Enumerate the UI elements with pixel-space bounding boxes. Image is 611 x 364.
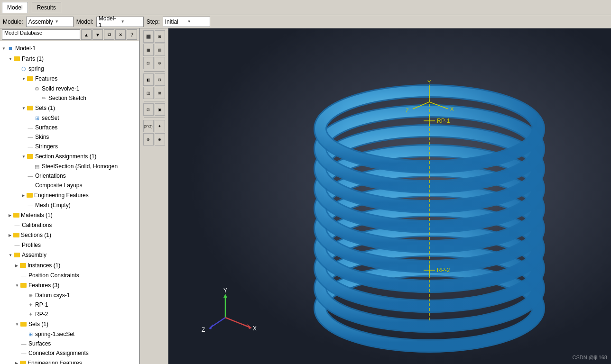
module-select[interactable]: Assembly ▼ <box>26 17 74 27</box>
tree-item-features[interactable]: Features <box>0 73 139 84</box>
tree-icon-mesh: — <box>27 201 34 209</box>
tree-icon-features <box>27 75 34 82</box>
svg-text:Z: Z <box>406 108 409 113</box>
step-select[interactable]: Initial ▼ <box>163 17 210 27</box>
tree-icon-solid-revolve: ⚙ <box>33 85 41 92</box>
model-value: Model-1 <box>99 15 119 28</box>
tree-label-steel-section: SteelSection (Solid, Homogen <box>42 162 118 171</box>
tree-item-skins[interactable]: — Skins <box>0 132 139 142</box>
tree-label-profiles: Profiles <box>22 241 41 249</box>
tree-label-instances: Instances (1) <box>28 261 60 270</box>
tree-label-datum-csys: Datum csys-1 <box>35 291 70 300</box>
tree-label-position-constraints: Position Constraints <box>28 271 79 280</box>
tb-check-mesh[interactable]: ⊙ <box>155 57 165 69</box>
top-tab-bar: Model Results <box>0 0 611 15</box>
tab-results[interactable]: Results <box>32 2 61 13</box>
tab-model[interactable]: Model <box>2 2 28 13</box>
tree-item-profiles[interactable]: — Profiles <box>0 240 139 250</box>
tb-xyz[interactable]: (XYZ) <box>143 120 154 132</box>
tree-icon-secset: ⊞ <box>33 114 41 122</box>
tb-info[interactable]: ? <box>127 29 137 40</box>
tree-item-assembly[interactable]: Assembly <box>0 250 139 260</box>
module-arrow: ▼ <box>55 19 71 24</box>
tb-seed-edge[interactable]: ⊞ <box>155 30 165 43</box>
model-select[interactable]: Model-1 ▼ <box>96 17 144 27</box>
tb-down[interactable]: ▼ <box>93 29 103 40</box>
tree-item-materials[interactable]: Materials (1) <box>0 210 139 220</box>
tree-label-solid-revolve: Solid revolve-1 <box>42 84 79 93</box>
tree-item-solid-revolve[interactable]: ⚙ Solid revolve-1 <box>0 84 139 93</box>
tb-partition-2[interactable]: ⊟ <box>155 73 165 86</box>
tree-label-materials: Materials (1) <box>21 211 53 219</box>
tree-item-features-3[interactable]: Features (3) <box>0 280 139 291</box>
tree-item-surfaces-assembly[interactable]: — Surfaces <box>0 339 139 348</box>
tb-assign-1[interactable]: ◫ <box>143 87 154 99</box>
tree-label-mesh: Mesh (Empty) <box>35 201 71 209</box>
tb-elem-type[interactable]: ⊡ <box>143 57 154 69</box>
tree-item-section-assignments[interactable]: Section Assignments (1) <box>0 151 139 162</box>
model-tree: ■ Model-1 Parts (1) ⬡ spring Features ⚙ … <box>0 41 139 364</box>
tb-constraint[interactable]: ⊗ <box>143 133 154 146</box>
tb-partition-1[interactable]: ◧ <box>143 73 154 86</box>
tree-item-sets[interactable]: Sets (1) <box>0 103 139 113</box>
tb-copy[interactable]: ⧉ <box>104 29 114 40</box>
tb-node-set[interactable]: ⊡ <box>143 103 154 116</box>
tree-label-section-sketch: Section Sketch <box>48 94 86 102</box>
tree-item-position-constraints[interactable]: — Position Constraints <box>0 271 139 280</box>
tree-item-surfaces[interactable]: — Surfaces <box>0 123 139 132</box>
tree-icon-surfaces: — <box>27 124 34 131</box>
svg-text:Y: Y <box>223 287 227 294</box>
tb-row-3: ⊡ ⊙ <box>143 57 165 69</box>
tree-item-engineering-features-2[interactable]: Engineering Features <box>0 358 139 364</box>
model-label: Model: <box>76 18 93 25</box>
tree-item-composite-layups[interactable]: — Composite Layups <box>0 181 139 190</box>
tree-item-steel-section[interactable]: ▤ SteelSection (Solid, Homogen <box>0 162 139 171</box>
tree-label-parts: Parts (1) <box>22 55 44 63</box>
tree-item-calibrations[interactable]: — Calibrations <box>0 220 139 230</box>
tree-icon-assembly <box>13 251 21 259</box>
tree-label-engineering-features-2: Engineering Features <box>28 359 82 364</box>
tree-item-sections[interactable]: Sections (1) <box>0 230 139 240</box>
tree-item-engineering-features[interactable]: Engineering Features <box>0 190 139 200</box>
tree-label-calibrations: Calibrations <box>22 221 52 229</box>
tree-item-rp-2[interactable]: ✦ RP-2 <box>0 309 139 319</box>
tree-item-secset[interactable]: ⊞ secSet <box>0 113 139 123</box>
tb-mesh-part[interactable]: ▦ <box>143 44 154 56</box>
tree-item-spring[interactable]: ⬡ spring <box>0 64 139 73</box>
tree-icon-connector-assignments: — <box>20 349 28 357</box>
spring-3d-view: RP-1 RP-2 Y X Z <box>168 28 611 364</box>
tree-icon-skins: — <box>27 133 34 141</box>
tb-delete[interactable]: ✕ <box>115 29 126 40</box>
tb-rp[interactable]: ✦ <box>155 120 165 132</box>
tree-item-parts[interactable]: Parts (1) <box>0 54 139 64</box>
tree-icon-stringers: — <box>27 143 34 150</box>
module-value: Assembly <box>28 18 53 25</box>
tb-up[interactable]: ▲ <box>81 29 92 40</box>
tree-icon-steel-section: ▤ <box>33 163 41 170</box>
viewport[interactable]: RP-1 RP-2 Y X Z <box>168 28 611 364</box>
tree-item-connector-assignments[interactable]: — Connector Assignments <box>0 348 139 358</box>
tree-icon-parts <box>13 55 21 63</box>
tree-item-datum-csys[interactable]: ⊕ Datum csys-1 <box>0 291 139 300</box>
tb-seed-part[interactable]: ⬛ <box>143 30 154 43</box>
tree-item-sets-assembly[interactable]: Sets (1) <box>0 319 139 329</box>
tree-label-sections: Sections (1) <box>21 231 51 239</box>
tree-item-section-sketch[interactable]: ✏ Section Sketch <box>0 93 139 103</box>
tree-item-spring-secset[interactable]: ⊞ spring-1.secSet <box>0 329 139 339</box>
tb-assign-2[interactable]: ⊞ <box>155 87 165 99</box>
tree-label-features-3: Features (3) <box>28 281 59 290</box>
tb-elem-set[interactable]: ▣ <box>155 103 165 116</box>
tree-item-stringers[interactable]: — Stringers <box>0 142 139 151</box>
db-select[interactable]: Model Database <box>2 29 80 40</box>
tb-coupling[interactable]: ⊕ <box>155 133 165 146</box>
tree-icon-orientations: — <box>27 172 34 180</box>
tree-item-instances[interactable]: Instances (1) <box>0 260 139 271</box>
tb-row-6: ⊡ ▣ <box>143 103 165 116</box>
tree-label-spring: spring <box>28 64 44 73</box>
tree-item-model-1[interactable]: ■ Model-1 <box>0 43 139 54</box>
tb-mesh-region[interactable]: ▤ <box>155 44 165 56</box>
tree-label-model-1: Model-1 <box>15 44 36 53</box>
tree-item-mesh[interactable]: — Mesh (Empty) <box>0 200 139 210</box>
tree-item-rp-1[interactable]: ✦ RP-1 <box>0 300 139 309</box>
tree-item-orientations[interactable]: — Orientations <box>0 171 139 181</box>
